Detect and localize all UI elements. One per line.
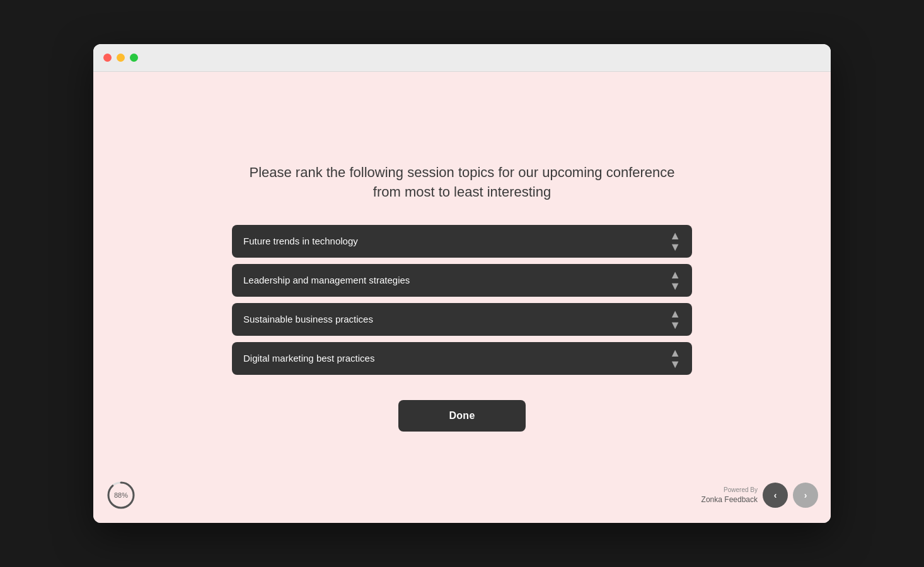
prev-button[interactable]: ‹ [763, 483, 788, 508]
browser-content: Please rank the following session topics… [93, 72, 831, 523]
ranking-item-label: Leadership and management strategies [243, 275, 410, 285]
ranking-item-label: Sustainable business practices [243, 314, 373, 324]
ranking-item[interactable]: Leadership and management strategies▲▼ [232, 264, 692, 297]
ranking-item-sort-icon: ▲▼ [669, 308, 681, 331]
ranking-item[interactable]: Sustainable business practices▲▼ [232, 303, 692, 336]
footer: 88% Powered By Zonka Feedback ‹ › [106, 480, 818, 510]
powered-by-text: Powered By [702, 486, 758, 493]
traffic-lights [103, 54, 138, 62]
ranking-list: Future trends in technology▲▼Leadership … [232, 225, 692, 375]
traffic-light-yellow[interactable] [117, 54, 125, 62]
next-button[interactable]: › [793, 483, 818, 508]
powered-by-brand: Zonka Feedback [702, 495, 758, 504]
ranking-item-sort-icon: ▲▼ [669, 230, 681, 253]
ranking-item[interactable]: Digital marketing best practices▲▼ [232, 342, 692, 375]
ranking-item-sort-icon: ▲▼ [669, 347, 681, 370]
progress-label: 88% [114, 491, 128, 499]
ranking-item-sort-icon: ▲▼ [669, 269, 681, 292]
survey-container: Please rank the following session topics… [93, 72, 831, 523]
footer-right: Powered By Zonka Feedback ‹ › [702, 483, 818, 508]
traffic-light-red[interactable] [103, 54, 112, 62]
done-button[interactable]: Done [398, 400, 525, 432]
ranking-item-label: Digital marketing best practices [243, 353, 374, 364]
ranking-item-label: Future trends in technology [243, 236, 358, 246]
survey-question: Please rank the following session topics… [235, 163, 689, 202]
progress-circle: 88% [106, 480, 136, 510]
traffic-light-green[interactable] [130, 54, 138, 62]
ranking-item[interactable]: Future trends in technology▲▼ [232, 225, 692, 258]
powered-by: Powered By Zonka Feedback [702, 486, 758, 505]
browser-window: Please rank the following session topics… [93, 44, 831, 523]
browser-titlebar [93, 44, 831, 72]
